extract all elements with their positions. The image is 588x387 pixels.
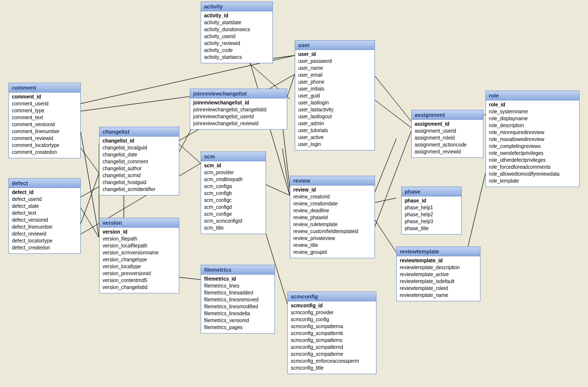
field-filemetrics_linesremoved[interactable]: filemetrics_linesremoved <box>204 296 271 303</box>
field-role_maxallowedinreview[interactable]: role_maxallowedinreview <box>489 136 576 143</box>
field-activity_durationsecs[interactable]: activity_durationsecs <box>204 26 269 33</box>
entity-header[interactable]: defect <box>9 179 80 188</box>
field-activity_id[interactable]: activity_id <box>204 12 269 19</box>
field-review_creatorid[interactable]: review_creatorid <box>293 194 372 200</box>
entity-review[interactable]: reviewreview_idreview_creatoridreview_cr… <box>290 176 375 258</box>
field-filemetrics_linesadded[interactable]: filemetrics_linesadded <box>204 290 271 296</box>
field-role_forcedtoreadcomments[interactable]: role_forcedtoreadcomments <box>489 164 576 171</box>
entity-header[interactable]: assignment <box>412 110 483 120</box>
field-reviewtemplate_active[interactable]: reviewtemplate_active <box>400 271 477 278</box>
field-review_customfieldtemplateid[interactable]: review_customfieldtemplateid <box>293 228 372 235</box>
field-scmconfig_provider[interactable]: scmconfig_provider <box>291 309 373 316</box>
field-changelist_hostguid[interactable]: changelist_hostguid <box>103 179 176 186</box>
field-changelist_localguid[interactable]: changelist_localguid <box>103 145 176 151</box>
field-review_id[interactable]: review_id <box>293 187 372 194</box>
entity-header[interactable]: filemetrics <box>201 265 274 275</box>
entity-header[interactable]: phase <box>402 187 461 196</box>
field-assignment_reviewid[interactable]: assignment_reviewid <box>415 148 480 155</box>
field-defect_reviewid[interactable]: defect_reviewid <box>12 231 77 238</box>
entity-comment[interactable]: commentcomment_idcomment_useridcomment_t… <box>8 83 81 158</box>
field-changelist_scmidentifier[interactable]: changelist_scmidentifier <box>103 186 176 193</box>
field-reviewtemplate_name[interactable]: reviewtemplate_name <box>400 292 477 299</box>
entity-defect[interactable]: defectdefect_iddefect_useriddefect_state… <box>8 178 81 254</box>
field-scmconfig_scmpatternb[interactable]: scmconfig_scmpatternb <box>291 330 373 337</box>
field-phase_help2[interactable]: phase_help2 <box>405 211 458 218</box>
field-changelist_comment[interactable]: changelist_comment <box>103 158 176 165</box>
entity-phase[interactable]: phasephase_idphase_help1phase_help2phase… <box>401 187 462 235</box>
field-role_displayname[interactable]: role_displayname <box>489 115 576 122</box>
field-user_active[interactable]: user_active <box>298 134 372 141</box>
field-phase_help1[interactable]: phase_help1 <box>405 204 458 211</box>
field-scmconfig_scmpatternc[interactable]: scmconfig_scmpatternc <box>291 337 373 344</box>
field-activity_startdate[interactable]: activity_startdate <box>204 19 269 26</box>
field-scmconfig_scmpatternd[interactable]: scmconfig_scmpatternd <box>291 344 373 351</box>
field-version_localfilepath[interactable]: version_localfilepath <box>103 242 176 249</box>
field-scm_provider[interactable]: scm_provider <box>204 169 263 176</box>
entity-header[interactable]: scmconfig <box>288 292 376 301</box>
field-user_phone[interactable]: user_phone <box>298 79 372 86</box>
field-user_initials[interactable]: user_initials <box>298 86 372 93</box>
field-scmconfig_title[interactable]: scmconfig_title <box>291 365 373 372</box>
entity-scm[interactable]: scmscm_idscm_providerscm_cmdlinepathscm_… <box>201 151 266 234</box>
entity-version[interactable]: versionversion_idversion_filepathversion… <box>99 218 179 293</box>
field-comment_versionid[interactable]: comment_versionid <box>12 121 77 128</box>
field-defect_versionid[interactable]: defect_versionid <box>12 217 77 224</box>
entity-header[interactable]: changelist <box>100 127 179 137</box>
field-user_lastlogout[interactable]: user_lastlogout <box>298 113 372 120</box>
field-scm_configc[interactable]: scm_configc <box>204 197 263 204</box>
field-user_tutorials[interactable]: user_tutorials <box>298 127 372 134</box>
field-filemetrics_id[interactable]: filemetrics_id <box>204 276 271 283</box>
field-defect_locatortype[interactable]: defect_locatortype <box>12 238 77 244</box>
entity-header[interactable]: activity <box>201 2 272 11</box>
field-version_changetype[interactable]: version_changetype <box>103 256 176 263</box>
field-scmconfig_id[interactable]: scmconfig_id <box>291 302 373 309</box>
field-review_title[interactable]: review_title <box>293 242 372 249</box>
field-comment_userid[interactable]: comment_userid <box>12 100 77 107</box>
entity-header[interactable]: joinreviewchangelist <box>190 89 287 98</box>
entity-header[interactable]: review <box>290 176 374 186</box>
field-user_lastlogin[interactable]: user_lastlogin <box>298 99 372 106</box>
field-phase_title[interactable]: phase_title <box>405 225 458 232</box>
field-assignment_userid[interactable]: assignment_userid <box>415 128 480 135</box>
entity-activity[interactable]: activityactivity_idactivity_startdateact… <box>201 1 273 63</box>
field-role_template[interactable]: role_template <box>489 178 576 185</box>
field-changelist_author[interactable]: changelist_author <box>103 165 176 172</box>
entity-header[interactable]: reviewtemplate <box>397 247 480 256</box>
field-scm_scmconfigid[interactable]: scm_scmconfigid <box>204 218 263 225</box>
field-review_ruletemplate[interactable]: review_ruletemplate <box>293 221 372 228</box>
field-activity_startsecs[interactable]: activity_startsecs <box>204 54 269 61</box>
entity-assignment[interactable]: assignmentassignment_idassignment_userid… <box>411 110 483 158</box>
field-comment_createdon[interactable]: comment_createdon <box>12 149 77 156</box>
field-scm_configb[interactable]: scm_configb <box>204 190 263 197</box>
field-changelist_scmid[interactable]: changelist_scmid <box>103 172 176 179</box>
field-reviewtemplate_isdefault[interactable]: reviewtemplate_isdefault <box>400 278 477 285</box>
field-user_guid[interactable]: user_guid <box>298 93 372 99</box>
entity-header[interactable]: version <box>100 218 179 228</box>
field-version_filepath[interactable]: version_filepath <box>103 236 176 242</box>
field-reviewtemplate_roleid[interactable]: reviewtemplate_roleid <box>400 285 477 292</box>
field-scm_id[interactable]: scm_id <box>204 162 263 169</box>
field-version_id[interactable]: version_id <box>103 229 176 236</box>
field-comment_type[interactable]: comment_type <box>12 107 77 114</box>
field-review_privateview[interactable]: review_privateview <box>293 235 372 242</box>
field-scm_cmdlinepath[interactable]: scm_cmdlinepath <box>204 176 263 183</box>
entity-reviewtemplate[interactable]: reviewtemplatereviewtemplate_idreviewtem… <box>396 246 481 301</box>
field-activity_userid[interactable]: activity_userid <box>204 33 269 40</box>
field-user_name[interactable]: user_name <box>298 65 372 72</box>
field-scmconfig_config[interactable]: scmconfig_config <box>291 316 373 323</box>
field-filemetrics_versionid[interactable]: filemetrics_versionid <box>204 317 271 324</box>
field-user_admin[interactable]: user_admin <box>298 120 372 127</box>
field-review_phaseid[interactable]: review_phaseid <box>293 214 372 221</box>
field-scm_confige[interactable]: scm_confige <box>204 211 263 218</box>
field-assignment_roleid[interactable]: assignment_roleid <box>415 135 480 142</box>
field-user_lastactivity[interactable]: user_lastactivity <box>298 106 372 113</box>
field-changelist_id[interactable]: changelist_id <box>103 138 176 145</box>
field-activity_code[interactable]: activity_code <box>204 47 269 54</box>
field-scm_configa[interactable]: scm_configa <box>204 183 263 190</box>
field-version_contentmd5[interactable]: version_contentmd5 <box>103 277 176 284</box>
field-user_login[interactable]: user_login <box>298 141 372 148</box>
field-defect_createdon[interactable]: defect_createdon <box>12 244 77 251</box>
field-defect_linenumber[interactable]: defect_linenumber <box>12 224 77 231</box>
field-review_deadline[interactable]: review_deadline <box>293 207 372 214</box>
entity-changelist[interactable]: changelistchangelist_idchangelist_localg… <box>99 127 179 195</box>
